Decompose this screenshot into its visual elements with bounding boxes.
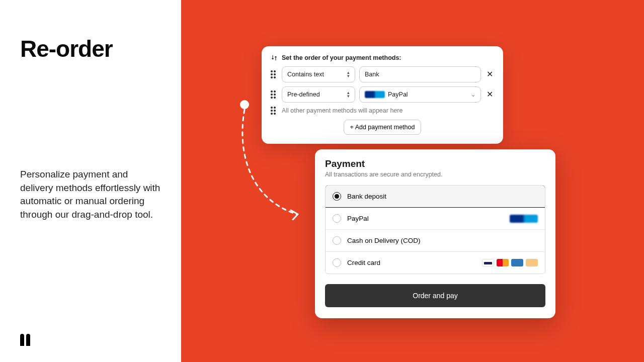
- payment-option-cod[interactable]: Cash on Delivery (COD): [326, 230, 545, 252]
- drag-handle[interactable]: [271, 107, 278, 115]
- payment-option-label: Bank deposit: [347, 193, 386, 200]
- checkout-preview-card: Payment All transactions are secure and …: [315, 149, 555, 318]
- payment-option-credit-card[interactable]: Credit card: [326, 252, 545, 274]
- payment-options-list: Bank deposit PayPal Cash on Delivery (CO…: [325, 185, 545, 274]
- payment-option-label: Credit card: [347, 259, 380, 266]
- page-title: Re-order: [20, 35, 163, 62]
- payment-option-bank[interactable]: Bank deposit: [325, 185, 545, 208]
- radio-icon: [333, 214, 341, 223]
- visa-icon: [482, 259, 494, 266]
- drag-handle[interactable]: [271, 70, 278, 78]
- match-value-text: Bank: [365, 71, 379, 78]
- predefined-method-select[interactable]: PayPal ⌄: [359, 86, 481, 103]
- mastercard-icon: [497, 259, 509, 266]
- payment-title: Payment: [325, 158, 545, 169]
- payment-option-label: Cash on Delivery (COD): [347, 237, 421, 244]
- page-description: Personalize payment and delivery methods…: [20, 168, 163, 221]
- payment-subtitle: All transactions are secure and encrypte…: [325, 171, 545, 178]
- payment-option-paypal[interactable]: PayPal: [326, 208, 545, 230]
- sort-icon: [271, 54, 278, 61]
- reorder-config-card: Set the order of your payment methods: C…: [262, 46, 503, 144]
- placeholder-text: All other payment methods will appear he…: [282, 107, 403, 114]
- paypal-icon: [510, 215, 538, 223]
- match-value-input[interactable]: Bank: [359, 66, 481, 82]
- match-mode-select[interactable]: Contains text ▴▾: [282, 66, 355, 82]
- amex-icon: [511, 259, 523, 266]
- chevron-updown-icon: ▴▾: [347, 71, 350, 78]
- drag-handle[interactable]: [271, 90, 278, 99]
- radio-icon: [333, 236, 341, 245]
- chevron-down-icon: ⌄: [471, 92, 475, 98]
- match-mode-label: Contains text: [287, 71, 324, 78]
- match-mode-select[interactable]: Pre-defined ▴▾: [282, 86, 355, 103]
- radio-icon: [333, 192, 341, 201]
- remove-row-button[interactable]: ✕: [485, 90, 494, 99]
- brand-logo: [20, 334, 31, 346]
- chevron-updown-icon: ▴▾: [347, 91, 350, 98]
- config-header-text: Set the order of your payment methods:: [282, 54, 401, 61]
- match-value-text: PayPal: [388, 91, 408, 98]
- match-mode-label: Pre-defined: [287, 91, 320, 98]
- remove-row-button[interactable]: ✕: [485, 70, 494, 78]
- order-and-pay-button[interactable]: Order and pay: [325, 284, 545, 307]
- add-payment-method-button[interactable]: + Add payment method: [344, 120, 422, 135]
- payment-option-label: PayPal: [347, 215, 369, 222]
- discover-icon: [526, 259, 538, 266]
- svg-point-0: [240, 100, 249, 109]
- radio-icon: [333, 258, 341, 267]
- paypal-icon: [365, 91, 385, 98]
